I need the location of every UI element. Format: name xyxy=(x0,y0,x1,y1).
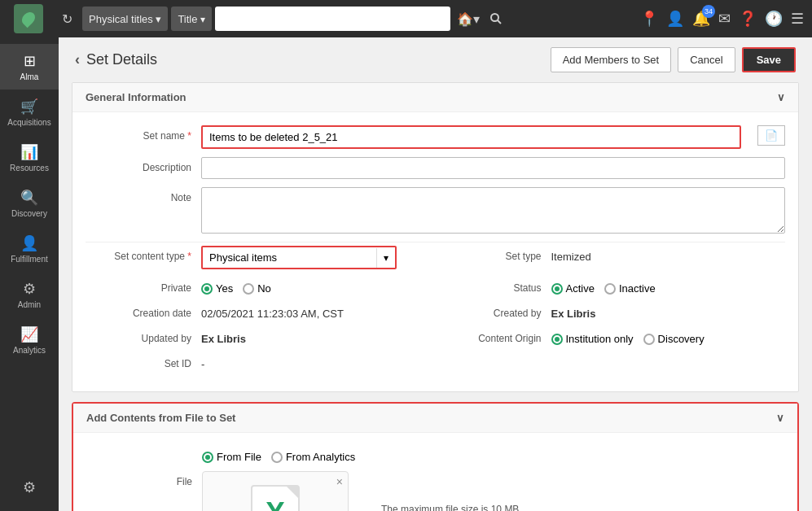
set-type-label: Set type xyxy=(436,246,542,262)
note-textarea[interactable] xyxy=(201,187,785,234)
settings-icon: ⚙ xyxy=(23,478,36,496)
private-row: Private Yes No xyxy=(86,277,436,295)
description-input[interactable] xyxy=(201,157,785,179)
updated-by-label: Updated by xyxy=(86,328,191,344)
sidebar-item-resources[interactable]: 📊 Resources xyxy=(0,135,59,181)
sidebar-item-settings[interactable]: ⚙ xyxy=(16,470,42,504)
search-input[interactable] xyxy=(222,13,444,25)
general-info-header[interactable]: General Information ∨ xyxy=(72,83,798,112)
general-info-title: General Information xyxy=(86,91,187,103)
sidebar-item-alma[interactable]: ⊞ Alma xyxy=(0,44,59,90)
back-button[interactable]: ‹ xyxy=(75,51,80,68)
content-origin-row: Content Origin Institution only Discover… xyxy=(436,328,786,345)
notifications-icon[interactable]: 🔔 34 xyxy=(692,10,710,28)
sidebar: ⊞ Alma 🛒 Acquisitions 📊 Resources 🔍 Disc… xyxy=(0,37,59,511)
status-active-dot xyxy=(551,283,563,295)
status-row: Status Active Inactive xyxy=(436,277,786,295)
creation-date-label: Creation date xyxy=(86,303,191,319)
updated-by-col: Updated by Ex Libris xyxy=(86,328,436,353)
creation-date-row: Creation date 02/05/2021 11:23:03 AM, CS… xyxy=(86,303,436,320)
top-nav-icons: 📍 👤 🔔 34 ✉ ❓ 🕐 ☰ xyxy=(640,10,804,28)
content-settype-row: Set content type ▾ Set type Itemized xyxy=(86,246,785,277)
dates-row: Creation date 02/05/2021 11:23:03 AM, CS… xyxy=(86,303,785,328)
max-size-note: The maximum file size is 10 MB. xyxy=(381,471,522,511)
source-radio-row: From File From Analytics xyxy=(86,446,784,463)
private-radio-group: Yes No xyxy=(201,277,271,295)
search-field-dropdown[interactable]: Title ▾ xyxy=(171,7,211,31)
mail-icon[interactable]: ✉ xyxy=(718,10,731,28)
location-icon[interactable]: 📍 xyxy=(640,10,658,28)
sidebar-item-fulfillment[interactable]: 👤 Fulfillment xyxy=(0,226,59,272)
help-icon[interactable]: ❓ xyxy=(739,10,757,28)
set-type-col: Set type Itemized xyxy=(436,246,786,277)
search-input-wrap xyxy=(215,7,450,31)
add-contents-body: From File From Analytics File × xyxy=(73,433,797,511)
excel-icon: X xyxy=(266,496,285,511)
resources-icon: 📊 xyxy=(20,143,38,161)
private-col: Private Yes No xyxy=(86,277,436,303)
top-nav: ↻ Physical titles ▾ Title ▾ 🏠▾ 📍 👤 🔔 34 … xyxy=(0,0,812,37)
add-contents-header[interactable]: Add Contents from File to Set ∨ xyxy=(73,404,797,433)
set-id-value: - xyxy=(201,353,204,370)
acquisitions-icon: 🛒 xyxy=(20,98,38,116)
page-header: ‹ Set Details Add Members to Set Cancel … xyxy=(59,37,812,82)
status-radio-group: Active Inactive xyxy=(551,277,656,295)
origin-inst-dot xyxy=(551,334,563,345)
search-type-dropdown[interactable]: Physical titles ▾ xyxy=(82,7,168,31)
origin-inst-radio[interactable]: Institution only xyxy=(551,333,634,345)
set-type-row: Set type Itemized xyxy=(436,246,786,263)
file-close-button[interactable]: × xyxy=(336,475,343,488)
creation-date-value: 02/05/2021 11:23:03 AM, CST xyxy=(201,303,344,320)
set-name-label: Set name xyxy=(86,125,191,142)
menu-icon[interactable]: ☰ xyxy=(791,10,804,28)
set-name-edit-btn[interactable]: 📄 xyxy=(757,125,785,146)
sidebar-item-discovery[interactable]: 🔍 Discovery xyxy=(0,181,59,226)
from-analytics-radio[interactable]: From Analytics xyxy=(271,451,355,463)
private-yes-dot xyxy=(201,283,213,295)
save-button[interactable]: Save xyxy=(742,47,796,72)
sidebar-item-admin[interactable]: ⚙ Admin xyxy=(0,272,59,317)
private-no-radio[interactable]: No xyxy=(243,282,271,295)
content-type-arrow[interactable]: ▾ xyxy=(376,248,395,268)
add-members-button[interactable]: Add Members to Set xyxy=(551,47,672,72)
header-actions: Add Members to Set Cancel Save xyxy=(551,47,796,72)
sidebar-item-acquisitions[interactable]: 🛒 Acquisitions xyxy=(0,90,59,135)
nav-back-btn[interactable]: ↻ xyxy=(59,8,76,30)
content-type-dropdown[interactable]: ▾ xyxy=(201,246,397,269)
discovery-icon: 🔍 xyxy=(20,189,38,207)
created-by-col: Created by Ex Libris xyxy=(436,303,786,328)
from-analytics-dot xyxy=(271,452,283,463)
status-col: Status Active Inactive xyxy=(436,277,786,303)
app-logo xyxy=(8,4,49,33)
updated-origin-row: Updated by Ex Libris Content Origin Inst… xyxy=(86,328,785,353)
file-upload-box[interactable]: × X journal of religion.xlsx (9.3 KB) xyxy=(202,471,349,511)
created-by-row: Created by Ex Libris xyxy=(436,303,786,320)
search-btn[interactable] xyxy=(486,9,506,28)
updated-by-value: Ex Libris xyxy=(201,328,246,345)
svg-line-1 xyxy=(498,20,501,24)
origin-disc-radio[interactable]: Discovery xyxy=(643,333,704,345)
content-type-label: Set content type xyxy=(86,246,191,262)
private-label: Private xyxy=(86,277,191,294)
updated-by-row: Updated by Ex Libris xyxy=(86,328,436,345)
alma-icon: ⊞ xyxy=(24,52,36,70)
from-file-radio[interactable]: From File xyxy=(202,451,261,463)
add-contents-title: Add Contents from File to Set xyxy=(86,412,235,424)
history-icon[interactable]: 🕐 xyxy=(765,10,783,28)
set-name-input[interactable] xyxy=(201,125,741,149)
note-label: Note xyxy=(86,187,191,203)
home-btn[interactable]: 🏠▾ xyxy=(454,8,483,30)
user-icon[interactable]: 👤 xyxy=(666,10,684,28)
page-title: Set Details xyxy=(86,51,157,68)
content-area: ‹ Set Details Add Members to Set Cancel … xyxy=(59,37,812,511)
status-inactive-radio[interactable]: Inactive xyxy=(604,282,656,295)
status-active-radio[interactable]: Active xyxy=(551,282,595,295)
private-yes-radio[interactable]: Yes xyxy=(201,282,233,295)
private-status-row: Private Yes No xyxy=(86,277,785,303)
note-row: Note xyxy=(86,187,785,234)
cancel-button[interactable]: Cancel xyxy=(678,47,735,72)
set-name-row: Set name 📄 xyxy=(86,125,785,149)
content-type-input[interactable] xyxy=(203,247,376,268)
content-type-col: Set content type ▾ xyxy=(86,246,436,277)
sidebar-item-analytics[interactable]: 📈 Analytics xyxy=(0,317,59,363)
